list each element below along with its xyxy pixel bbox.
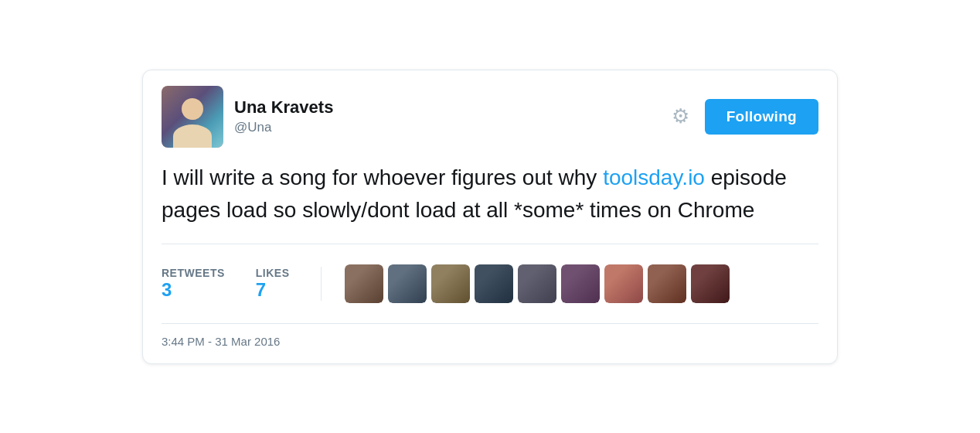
tweet-timestamp: 3:44 PM - 31 Mar 2016	[162, 335, 818, 348]
avatar	[162, 86, 223, 148]
tweet-body: I will write a song for whoever figures …	[162, 162, 818, 227]
likes-label: LIKES	[256, 267, 290, 279]
user-handle: @Una	[234, 119, 333, 136]
liker-avatar[interactable]	[691, 264, 730, 303]
liker-avatar[interactable]	[604, 264, 643, 303]
liker-avatar[interactable]	[431, 264, 470, 303]
liker-avatar[interactable]	[475, 264, 513, 303]
tweet-header-left: Una Kravets @Una	[162, 86, 333, 148]
tweet-text-before: I will write a song for whoever figures …	[162, 165, 603, 189]
liker-avatar[interactable]	[648, 264, 686, 303]
tweet-link[interactable]: toolsday.io	[603, 165, 705, 189]
likes-count: 7	[256, 279, 290, 301]
liker-avatar[interactable]	[518, 264, 556, 303]
tweet-card: Una Kravets @Una ⚙ Following I will writ…	[142, 70, 838, 364]
stats-left: RETWEETS 3 LIKES 7	[162, 267, 322, 301]
liker-avatar[interactable]	[388, 264, 427, 303]
retweets-label: RETWEETS	[162, 267, 225, 279]
tweet-stats: RETWEETS 3 LIKES 7	[162, 255, 818, 312]
retweets-count: 3	[162, 279, 225, 301]
tweet-header: Una Kravets @Una ⚙ Following	[162, 86, 818, 148]
stats-divider	[162, 244, 818, 244]
following-button[interactable]: Following	[705, 99, 818, 135]
user-name: Una Kravets	[234, 97, 333, 119]
tweet-header-right: ⚙ Following	[672, 99, 818, 135]
likes-stat: LIKES 7	[256, 267, 290, 301]
gear-icon[interactable]: ⚙	[672, 104, 689, 128]
likers-avatars	[322, 264, 730, 303]
liker-avatar[interactable]	[561, 264, 600, 303]
timestamp-divider	[162, 323, 818, 324]
user-info: Una Kravets @Una	[234, 97, 333, 136]
retweets-stat: RETWEETS 3	[162, 267, 225, 301]
liker-avatar[interactable]	[345, 264, 383, 303]
